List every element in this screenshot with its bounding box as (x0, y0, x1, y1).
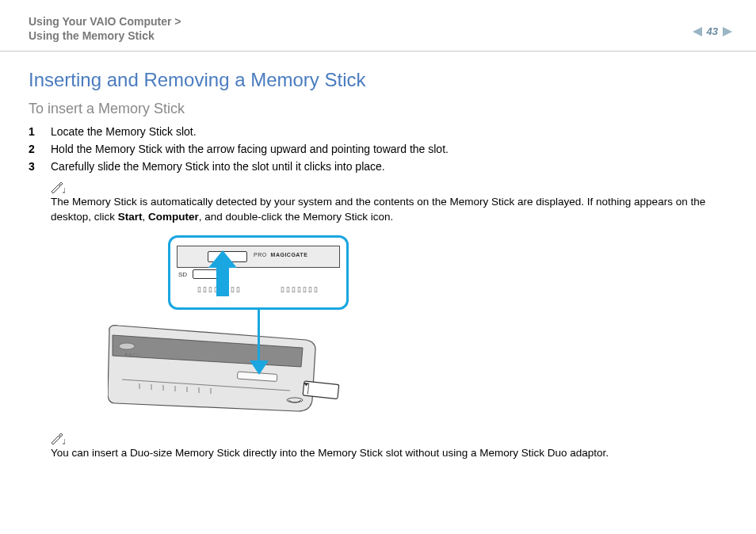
page-number: 43 (707, 25, 718, 37)
note-bold-start: Start (118, 211, 143, 223)
svg-point-0 (119, 343, 135, 349)
slot-label-sd: SD (178, 271, 187, 278)
breadcrumb-line1[interactable]: Using Your VAIO Computer > (29, 14, 181, 29)
step-number: 1 (29, 125, 51, 138)
callout-leader-line (258, 310, 260, 365)
page-header: Using Your VAIO Computer > Using the Mem… (0, 0, 756, 51)
laptop-illustration: ▸◂ I ○ (108, 324, 377, 425)
note-icon (51, 433, 65, 444)
section-subtitle: To insert a Memory Stick (29, 101, 727, 117)
breadcrumb: Using Your VAIO Computer > Using the Mem… (29, 14, 181, 43)
callout-arrow-head-icon (250, 360, 269, 375)
prev-page-button[interactable] (693, 27, 702, 36)
svg-text:▸◂ I ○: ▸◂ I ○ (125, 351, 140, 357)
insert-arrow-icon (207, 250, 239, 298)
note-text-suffix: , and double-click the Memory Stick icon… (199, 211, 393, 223)
step-text: Locate the Memory Stick slot. (51, 125, 197, 138)
vent-dots: ▯▯▯▯▯▯▯▯ ▯▯▯▯▯▯▯ (178, 285, 338, 293)
slot-panel: PRO MAGICGATE (177, 246, 340, 268)
step-text: Carefully slide the Memory Stick into th… (51, 160, 385, 173)
page-nav: 43 (693, 25, 732, 37)
page-title: Inserting and Removing a Memory Stick (29, 69, 727, 91)
content-area: Inserting and Removing a Memory Stick To… (0, 51, 756, 468)
note-bold-computer: Computer (148, 211, 199, 223)
step-row: 2 Hold the Memory Stick with the arrow f… (29, 143, 727, 155)
note-2: You can insert a Duo-size Memory Stick d… (51, 433, 727, 460)
step-number: 3 (29, 160, 51, 173)
instruction-steps: 1 Locate the Memory Stick slot. 2 Hold t… (29, 125, 727, 173)
slot-callout: PRO MAGICGATE SD ▯▯▯▯▯▯▯▯ ▯▯▯▯▯▯▯ (168, 235, 349, 310)
step-number: 2 (29, 143, 51, 155)
note-1: The Memory Stick is automatically detect… (51, 182, 727, 223)
note-text-mid: , (143, 211, 149, 223)
step-row: 3 Carefully slide the Memory Stick into … (29, 160, 727, 173)
slot-label-magicgate: PRO MAGICGATE (254, 252, 307, 257)
breadcrumb-line2[interactable]: Using the Memory Stick (29, 29, 181, 43)
next-page-button[interactable] (723, 27, 732, 36)
note-2-text: You can insert a Duo-size Memory Stick d… (51, 447, 609, 459)
note-icon (51, 182, 65, 193)
instruction-figure: PRO MAGICGATE SD ▯▯▯▯▯▯▯▯ ▯▯▯▯▯▯▯ ▸◂ I ○ (108, 235, 377, 425)
step-row: 1 Locate the Memory Stick slot. (29, 125, 727, 138)
step-text: Hold the Memory Stick with the arrow fac… (51, 143, 449, 155)
